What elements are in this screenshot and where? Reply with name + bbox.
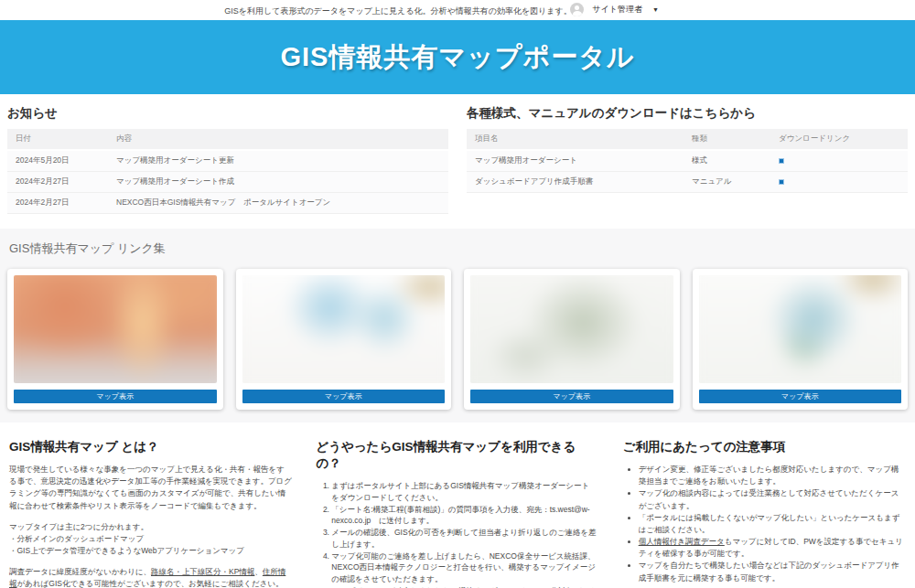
info-section: GIS情報共有マップ とは？ 現場で発生している様々な事象を一つのマップ上で見え… — [0, 422, 915, 588]
downloads-table: 項目名 種類 ダウンロードリンク マップ構築用オーダーシート 様式 ダッシュボー… — [467, 129, 908, 193]
download-item-name: ダッシュボードアプリ作成手順書 — [467, 172, 684, 193]
download-link-icon[interactable] — [779, 158, 784, 164]
list-item: デザイン変更、修正等ございましたら都度対応いたしますので、マップ構築担当までご連… — [639, 464, 906, 487]
announcement-content: マップ構築用オーダーシート更新 — [108, 150, 448, 172]
route-info-link[interactable]: 路線名・上下線区分・KP情報 — [151, 567, 254, 576]
column-header-date: 日付 — [7, 129, 108, 150]
map-card-list: マップ表示 マップ表示 マップ表示 マップ表示 — [7, 269, 908, 410]
notes-list: デザイン変更、修正等ございましたら都度対応いたしますので、マップ構築担当までご連… — [627, 464, 906, 584]
table-row: 2024年2月27日 マップ構築用オーダーシート作成 — [7, 172, 448, 193]
info-about-column: GIS情報共有マップ とは？ 現場で発生している様々な事象を一つのマップ上で見え… — [9, 430, 292, 588]
map-links-title: GIS情報共有マップ リンク集 — [9, 241, 908, 257]
page-title: GIS情報共有マップポータル — [280, 39, 634, 76]
how-steps-list: まずはポータルサイト上部にあるGIS情報共有マップ構築オーダーシート をダウンロ… — [319, 480, 598, 588]
downloads-title: 各種様式、マニュアルのダウンロードはこちらから — [467, 105, 908, 122]
list-item: 個人情報付き調査データもマップに対してID、PWを設定する事でセキュリティを確保… — [639, 536, 906, 560]
info-how-column: どうやったらGIS情報共有マップを利用できるの？ まずはポータルサイト上部にある… — [316, 430, 598, 588]
map-card: マップ表示 — [7, 269, 223, 410]
hero-banner: GIS情報共有マップポータル — [0, 20, 915, 94]
show-map-button[interactable]: マップ表示 — [470, 390, 673, 403]
map-links-section: GIS情報共有マップ リンク集 マップ表示 マップ表示 マップ表示 マップ表示 — [0, 229, 915, 422]
about-paragraph: 調査データに緯度経度がないかわりに、路線名・上下線区分・KP情報、住所情報があれ… — [9, 566, 292, 588]
announcements-panel: お知らせ 日付 内容 2024年5月20日 マップ構築用オーダーシート更新 20… — [7, 103, 448, 214]
info-notes-column: ご利用にあたっての注意事項 デザイン変更、修正等ございましたら都度対応いたします… — [623, 430, 906, 588]
info-how-title: どうやったらGIS情報共有マップを利用できるの？ — [316, 439, 598, 472]
list-item: 「シート名:構築工程(事前相談)」の質問事項を入力後、宛先：ts.west@w-… — [331, 504, 598, 528]
announcement-date: 2024年2月27日 — [7, 193, 108, 214]
table-row: 2024年5月20日 マップ構築用オーダーシート更新 — [7, 150, 448, 172]
announcement-date: 2024年5月20日 — [7, 150, 108, 172]
topbar: GISを利用して表形式のデータをマップ上に見える化。分析や情報共有の効率化を図り… — [0, 0, 915, 20]
about-paragraph: 現場で発生している様々な事象を一つのマップ上で見える化・共有・報告をする事で、意… — [9, 464, 292, 512]
list-item: メールの確認後、GIS化の可否を判断して担当者より折り返しのご連絡を差し上げます… — [331, 527, 598, 551]
info-notes-title: ご利用にあたっての注意事項 — [623, 439, 906, 455]
download-item-type: 様式 — [684, 150, 770, 172]
map-card: マップ表示 — [693, 269, 909, 410]
user-avatar-icon[interactable] — [570, 3, 584, 16]
announcements-title: お知らせ — [7, 105, 448, 122]
map-card: マップ表示 — [236, 269, 452, 410]
announcements-table: 日付 内容 2024年5月20日 マップ構築用オーダーシート更新 2024年2月… — [7, 129, 448, 214]
table-row: ダッシュボードアプリ作成手順書 マニュアル — [467, 172, 908, 193]
user-menu[interactable]: サイト管理者 ▼ — [570, 3, 659, 16]
announcement-content: NEXCO西日本GIS情報共有マップ ポータルサイトオープン — [108, 193, 448, 214]
downloads-panel: 各種様式、マニュアルのダウンロードはこちらから 項目名 種類 ダウンロードリンク… — [467, 103, 908, 214]
column-header-item-name: 項目名 — [467, 129, 684, 150]
info-about-title: GIS情報共有マップ とは？ — [9, 439, 292, 455]
map-thumbnail[interactable] — [699, 275, 902, 383]
map-card: マップ表示 — [464, 269, 680, 410]
about-text: があればGIS化できる可能性がございますので、お気軽にご相談ください。 — [17, 579, 284, 588]
chevron-down-icon[interactable]: ▼ — [652, 6, 659, 13]
announcement-content: マップ構築用オーダーシート作成 — [108, 172, 448, 193]
show-map-button[interactable]: マップ表示 — [699, 390, 902, 403]
show-map-button[interactable]: マップ表示 — [14, 390, 217, 403]
list-item: 「ポータルには掲載したくないがマップ化したい」といったケースもまずはご相談くださ… — [639, 512, 906, 536]
column-header-content: 内容 — [108, 129, 448, 150]
user-name-label[interactable]: サイト管理者 — [592, 4, 642, 16]
table-row: 2024年2月27日 NEXCO西日本GIS情報共有マップ ポータルサイトオープ… — [7, 193, 448, 214]
map-thumbnail[interactable] — [14, 275, 217, 383]
column-header-type: 種類 — [684, 129, 770, 150]
top-panels: お知らせ 日付 内容 2024年5月20日 マップ構築用オーダーシート更新 20… — [0, 94, 915, 214]
map-thumbnail[interactable] — [470, 275, 673, 383]
list-item: まずはポータルサイト上部にあるGIS情報共有マップ構築オーダーシート をダウンロ… — [331, 480, 598, 504]
about-text: 調査データに緯度経度がないかわりに、 — [9, 567, 151, 576]
personal-data-link[interactable]: 個人情報付き調査データ — [639, 537, 725, 546]
site-tagline: GISを利用して表形式のデータをマップ上に見える化。分析や情報共有の効率化を図り… — [224, 5, 572, 17]
about-bullet: ・分析メインのダッシュボードマップ — [9, 533, 292, 545]
announcement-date: 2024年2月27日 — [7, 172, 108, 193]
show-map-button[interactable]: マップ表示 — [242, 390, 446, 403]
download-item-type: マニュアル — [684, 172, 770, 193]
column-header-download-link: ダウンロードリンク — [770, 129, 908, 150]
list-item: マップ化の相談内容によっては受注業務として対応させていただくケースがございます。 — [639, 487, 906, 511]
list-item: マップ化可能のご連絡を差し上げましたら、NEXCO保全サービス統括課、NEXCO… — [331, 551, 598, 585]
table-row: マップ構築用オーダーシート 様式 — [467, 150, 908, 172]
about-bullet: ・GIS上でデータ管理ができるようなWebアプリケーションマップ — [9, 545, 292, 557]
download-item-name: マップ構築用オーダーシート — [467, 150, 684, 172]
download-link-icon[interactable] — [779, 179, 784, 185]
list-item: マップを自分たちで構築したい場合などは下記のダッシュボードアプリ作成手順書を元に… — [639, 560, 906, 583]
map-thumbnail[interactable] — [242, 275, 446, 383]
about-paragraph: マップタイプは主に2つに分かれます。 — [9, 521, 292, 533]
